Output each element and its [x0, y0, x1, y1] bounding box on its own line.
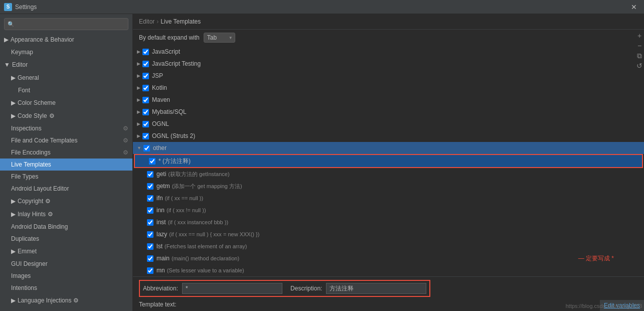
sidebar-item-androiddatabinding[interactable]: Android Data Binding — [0, 221, 132, 233]
group-label: JSP — [152, 71, 163, 81]
sidebar-item-label: Color Scheme — [18, 97, 56, 108]
sidebar-item-label: Inlay Hints — [18, 209, 46, 220]
tpl-group-ognlstruts[interactable]: ▶ OGNL (Struts 2) — [133, 130, 644, 142]
item-name: mn — [156, 265, 165, 275]
copy-button[interactable]: ⧉ — [635, 51, 644, 60]
sidebar-item-copyright[interactable]: ▶ Copyright ⚙ — [0, 195, 132, 208]
item-name: * (方法注释) — [158, 156, 191, 166]
abbr-desc-row: Abbreviation: Description: — [139, 280, 430, 297]
main-content: 🔍 ▶ Appearance & Behavior Keymap ▼ Edito… — [0, 14, 644, 311]
sidebar-item-keymap[interactable]: Keymap — [0, 46, 132, 58]
tpl-group-other[interactable]: ▼ other — [133, 142, 644, 154]
group-label: Kotlin — [152, 83, 167, 93]
item-checkbox[interactable] — [147, 255, 153, 262]
undo-button[interactable]: ↺ — [635, 61, 644, 70]
item-checkbox[interactable] — [147, 171, 153, 178]
tpl-group-jsp[interactable]: ▶ JSP — [133, 70, 644, 82]
expand-select-wrapper[interactable]: Tab Enter Space — [204, 33, 235, 43]
group-checkbox[interactable] — [142, 97, 149, 103]
group-checkbox[interactable] — [142, 49, 149, 55]
tpl-item-lst[interactable]: lst (Fetches last element of an array) — [133, 240, 644, 252]
breadcrumb-livetemplates: Live Templates — [160, 18, 201, 25]
sidebar-item-fileencodings[interactable]: File Encodings ⚙ — [0, 146, 132, 159]
sidebar-item-androidlayouteditor[interactable]: Android Layout Editor — [0, 183, 132, 195]
tpl-item-main[interactable]: main (main() method declaration) — 定要写成 … — [133, 252, 644, 264]
sidebar-item-filetypes[interactable]: File Types — [0, 171, 132, 183]
sidebar-item-livetemplates[interactable]: Live Templates — [0, 159, 132, 171]
sidebar-item-general[interactable]: ▶ General — [0, 71, 132, 84]
sidebar-item-editor[interactable]: ▼ Editor — [0, 58, 132, 71]
abbreviation-input[interactable] — [182, 283, 282, 294]
group-checkbox[interactable] — [143, 145, 150, 151]
sidebar-item-label: General — [18, 72, 39, 83]
sidebar-item-label: Editor — [12, 59, 28, 70]
close-button[interactable]: ✕ — [628, 2, 640, 12]
arrow-icon: ▶ — [11, 97, 16, 108]
tpl-item-inst[interactable]: inst (if ( xxx instanceof bbb )) — [133, 216, 644, 228]
tpl-item-inn[interactable]: inn (if ( xxx != null )) — [133, 204, 644, 216]
group-checkbox[interactable] — [142, 133, 149, 139]
tpl-item-geti[interactable]: geti (获取方法的 getInstance) — [133, 168, 644, 180]
group-checkbox[interactable] — [142, 121, 149, 127]
tpl-group-kotlin[interactable]: ▶ Kotlin — [133, 82, 644, 94]
sidebar-item-label: Emmet — [18, 246, 37, 257]
settings-toolbar: + − ⧉ ↺ — [634, 29, 644, 72]
search-input[interactable] — [17, 21, 125, 28]
group-checkbox[interactable] — [142, 85, 149, 91]
sidebar-item-intentions[interactable]: Intentions — [0, 282, 132, 294]
item-checkbox[interactable] — [147, 231, 153, 238]
item-checkbox[interactable] — [147, 195, 153, 202]
search-box[interactable]: 🔍 — [4, 18, 128, 30]
sidebar-item-appearance[interactable]: ▶ Appearance & Behavior — [0, 33, 132, 46]
tpl-item-lazy[interactable]: lazy (if ( xxx == null ) { xxx = new XXX… — [133, 228, 644, 240]
expand-arrow-icon: ▶ — [137, 119, 140, 129]
sidebar-item-guidesigner[interactable]: GUI Designer — [0, 258, 132, 270]
tpl-group-javascripttesting[interactable]: ▶ JavaScript Testing — [133, 58, 644, 70]
item-checkbox[interactable] — [147, 219, 153, 226]
group-checkbox[interactable] — [142, 73, 149, 79]
sidebar-item-label: GUI Designer — [11, 259, 48, 269]
group-checkbox[interactable] — [142, 61, 149, 67]
tpl-item-star[interactable]: * (方法注释) — [134, 154, 643, 168]
sidebar-item-label: Appearance & Behavior — [11, 34, 74, 45]
description-input[interactable] — [326, 283, 426, 294]
expand-select[interactable]: Tab Enter Space — [204, 33, 235, 43]
sidebar-item-inspections[interactable]: Inspections ⚙ — [0, 122, 132, 134]
item-desc: (if ( xx == null )) — [165, 193, 203, 203]
tpl-group-javascript[interactable]: ▶ JavaScript — [133, 46, 644, 58]
expand-arrow-icon: ▶ — [137, 59, 140, 69]
sidebar-item-font[interactable]: Font — [0, 84, 132, 96]
sidebar-item-codestyle[interactable]: ▶ Code Style ⚙ — [0, 109, 132, 122]
group-label: JavaScript — [152, 47, 180, 57]
tpl-group-mybatis[interactable]: ▶ Mybatis/SQL — [133, 106, 644, 118]
sidebar-item-inlayhints[interactable]: ▶ Inlay Hints ⚙ — [0, 208, 132, 221]
tpl-item-ifn[interactable]: ifn (if ( xx == null )) — [133, 192, 644, 204]
item-checkbox[interactable] — [147, 243, 153, 250]
sidebar-item-filecodetemplates[interactable]: File and Code Templates ⚙ — [0, 134, 132, 146]
remove-button[interactable]: − — [635, 41, 644, 50]
group-checkbox[interactable] — [142, 109, 149, 115]
sidebar-item-label: File and Code Templates — [11, 135, 78, 145]
tpl-item-getm[interactable]: getm (添加一个 get mapping 方法) — [133, 180, 644, 192]
sidebar-item-languageinjections[interactable]: ▶ Language Injections ⚙ — [0, 294, 132, 307]
item-checkbox[interactable] — [149, 158, 155, 165]
expand-arrow-icon: ▼ — [137, 143, 141, 153]
expand-arrow-icon: ▶ — [137, 83, 140, 93]
tpl-group-ognl[interactable]: ▶ OGNL — [133, 118, 644, 130]
item-checkbox[interactable] — [147, 267, 153, 274]
tpl-item-mn[interactable]: mn (Sets lesser value to a variable) — [133, 264, 644, 276]
tpl-group-maven[interactable]: ▶ Maven — [133, 94, 644, 106]
sidebar-item-images[interactable]: Images — [0, 270, 132, 282]
expand-label: By default expand with — [139, 34, 200, 41]
sidebar-item-emmet[interactable]: ▶ Emmet — [0, 245, 132, 258]
item-checkbox[interactable] — [147, 183, 153, 190]
add-button[interactable]: + — [635, 31, 644, 40]
edit-variables-button[interactable]: Edit variables — [600, 300, 644, 311]
sidebar-item-label: Keymap — [11, 47, 33, 57]
settings-icon: ⚙ — [45, 196, 51, 207]
sidebar-item-label: File Types — [11, 172, 38, 182]
template-text-label: Template text: — [139, 301, 177, 308]
item-checkbox[interactable] — [147, 207, 153, 214]
sidebar-item-duplicates[interactable]: Duplicates — [0, 233, 132, 245]
sidebar-item-colorscheme[interactable]: ▶ Color Scheme — [0, 96, 132, 109]
